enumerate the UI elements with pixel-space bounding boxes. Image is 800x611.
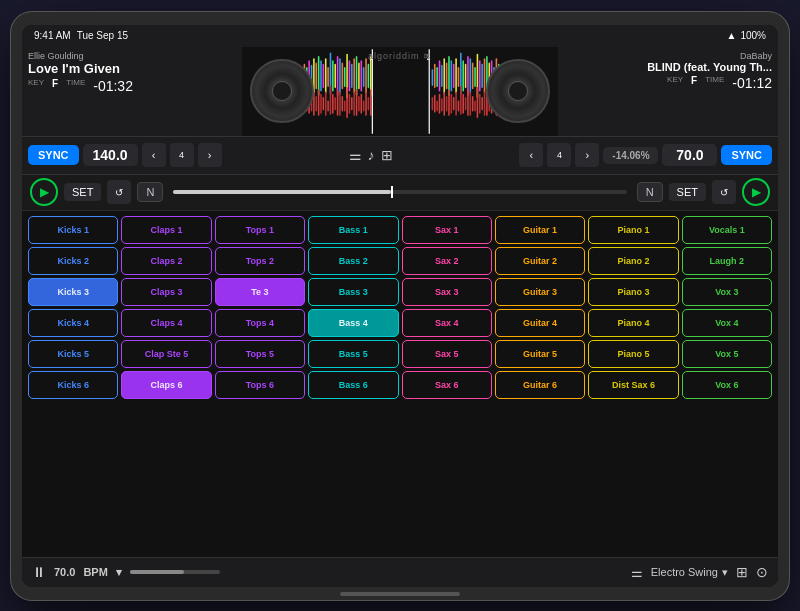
pad-kicks-6[interactable]: Kicks 6: [28, 371, 118, 399]
pad-dist-sax-6[interactable]: Dist Sax 6: [588, 371, 678, 399]
loop-btn-left[interactable]: 4: [170, 143, 194, 167]
pad-vox-6[interactable]: Vox 6: [682, 371, 772, 399]
svg-rect-6: [315, 62, 317, 89]
pad-bass-3[interactable]: Bass 3: [308, 278, 398, 306]
pad-kicks-1[interactable]: Kicks 1: [28, 216, 118, 244]
pad-guitar-3[interactable]: Guitar 3: [495, 278, 585, 306]
home-indicator: [340, 592, 460, 596]
pad-guitar-2[interactable]: Guitar 2: [495, 247, 585, 275]
play-btn-right[interactable]: ▶: [742, 178, 770, 206]
pad-tops-3[interactable]: Te 3: [215, 278, 305, 306]
prev-btn-right[interactable]: ‹: [519, 143, 543, 167]
svg-rect-53: [356, 89, 358, 116]
guitar-column: Guitar 1 Guitar 2 Guitar 3 Guitar 4 Guit…: [495, 216, 585, 552]
prev-btn-left[interactable]: ‹: [142, 143, 166, 167]
pad-kicks-3[interactable]: Kicks 3: [28, 278, 118, 306]
status-date: Tue Sep 15: [77, 30, 128, 41]
svg-rect-38: [320, 93, 322, 113]
music-icon[interactable]: ♪: [368, 147, 375, 163]
pad-claps-5[interactable]: Clap Ste 5: [121, 340, 211, 368]
pad-vox-5[interactable]: Vox 5: [682, 340, 772, 368]
pad-vox-3[interactable]: Vox 3: [682, 278, 772, 306]
pad-claps-6[interactable]: Claps 6: [121, 371, 211, 399]
pad-sax-3[interactable]: Sax 3: [402, 278, 492, 306]
vinyl-left[interactable]: [250, 59, 314, 123]
svg-rect-71: [458, 67, 460, 87]
pad-sax-2[interactable]: Sax 2: [402, 247, 492, 275]
pad-piano-3[interactable]: Piano 3: [588, 278, 678, 306]
pad-sax-5[interactable]: Sax 5: [402, 340, 492, 368]
svg-rect-73: [462, 60, 464, 91]
svg-rect-105: [470, 91, 472, 115]
pad-kicks-2[interactable]: Kicks 2: [28, 247, 118, 275]
next-btn-right[interactable]: ›: [575, 143, 599, 167]
pad-claps-4[interactable]: Claps 4: [121, 309, 211, 337]
pad-kicks-5[interactable]: Kicks 5: [28, 340, 118, 368]
pad-tops-1[interactable]: Tops 1: [215, 216, 305, 244]
pad-piano-5[interactable]: Piano 5: [588, 340, 678, 368]
pad-piano-2[interactable]: Piano 2: [588, 247, 678, 275]
pad-sax-4[interactable]: Sax 4: [402, 309, 492, 337]
pad-claps-2[interactable]: Claps 2: [121, 247, 211, 275]
pad-laugh-2[interactable]: Laugh 2: [682, 247, 772, 275]
n-btn-left[interactable]: N: [137, 182, 163, 202]
svg-rect-50: [349, 93, 351, 113]
svg-rect-95: [446, 95, 448, 111]
pad-bass-2[interactable]: Bass 2: [308, 247, 398, 275]
pad-bass-1[interactable]: Bass 1: [308, 216, 398, 244]
grid-btn[interactable]: ⊞: [736, 564, 748, 580]
pad-bass-4[interactable]: Bass 4: [308, 309, 398, 337]
pad-tops-5[interactable]: Tops 5: [215, 340, 305, 368]
pad-guitar-1[interactable]: Guitar 1: [495, 216, 585, 244]
pad-vocals-1[interactable]: Vocals 1: [682, 216, 772, 244]
svg-rect-44: [334, 97, 336, 110]
pad-guitar-4[interactable]: Guitar 4: [495, 309, 585, 337]
pad-sax-6[interactable]: Sax 6: [402, 371, 492, 399]
svg-rect-70: [455, 58, 457, 94]
vinyl-right[interactable]: [486, 59, 550, 123]
deck-left-title: Love I'm Given: [28, 61, 236, 76]
tops-column: Tops 1 Tops 2 Te 3 Tops 4 Tops 5 Tops 6: [215, 216, 305, 552]
pad-vox-4[interactable]: Vox 4: [682, 309, 772, 337]
pad-claps-3[interactable]: Claps 3: [121, 278, 211, 306]
loop-btn-right[interactable]: 4: [547, 143, 571, 167]
svg-rect-110: [481, 97, 483, 110]
svg-rect-106: [472, 95, 474, 111]
loop-icon-left[interactable]: ↺: [107, 180, 131, 204]
sync-btn-left[interactable]: SYNC: [28, 145, 79, 165]
settings-btn[interactable]: ⊙: [756, 564, 768, 580]
sax-column: Sax 1 Sax 2 Sax 3 Sax 4 Sax 5 Sax 6: [402, 216, 492, 552]
pad-tops-2[interactable]: Tops 2: [215, 247, 305, 275]
play-btn-left[interactable]: ▶: [30, 178, 58, 206]
ctrl-center: ⚌ ♪ ⊞: [226, 147, 516, 163]
pad-sax-1[interactable]: Sax 1: [402, 216, 492, 244]
grid-center-icon[interactable]: ⊞: [381, 147, 393, 163]
n-btn-right[interactable]: N: [637, 182, 663, 202]
loop-icon-right[interactable]: ↺: [712, 180, 736, 204]
svg-rect-104: [467, 89, 469, 116]
set-btn-left[interactable]: SET: [64, 183, 101, 201]
pad-bass-6[interactable]: Bass 6: [308, 371, 398, 399]
pause-btn[interactable]: ⏸: [32, 564, 46, 580]
next-btn-left[interactable]: ›: [198, 143, 222, 167]
pad-claps-1[interactable]: Claps 1: [121, 216, 211, 244]
svg-rect-89: [432, 97, 434, 110]
eq-icon[interactable]: ⚌: [349, 147, 362, 163]
pad-piano-4[interactable]: Piano 4: [588, 309, 678, 337]
ipad-screen: 9:41 AM Tue Sep 15 ▲ 100% Ellie Goulding…: [22, 25, 778, 587]
sync-btn-right[interactable]: SYNC: [721, 145, 772, 165]
pad-kicks-4[interactable]: Kicks 4: [28, 309, 118, 337]
pad-bass-5[interactable]: Bass 5: [308, 340, 398, 368]
play-progress: [173, 190, 626, 194]
pad-piano-1[interactable]: Piano 1: [588, 216, 678, 244]
set-btn-right[interactable]: SET: [669, 183, 706, 201]
pad-tops-4[interactable]: Tops 4: [215, 309, 305, 337]
pad-tops-6[interactable]: Tops 6: [215, 371, 305, 399]
svg-rect-41: [327, 100, 329, 111]
mixer-icon[interactable]: ⚌: [631, 565, 643, 580]
tempo-slider[interactable]: [130, 570, 220, 574]
pad-guitar-5[interactable]: Guitar 5: [495, 340, 585, 368]
genre-text: Electro Swing: [651, 566, 718, 578]
deck-right-key-label: KEY: [667, 75, 683, 91]
pad-guitar-6[interactable]: Guitar 6: [495, 371, 585, 399]
